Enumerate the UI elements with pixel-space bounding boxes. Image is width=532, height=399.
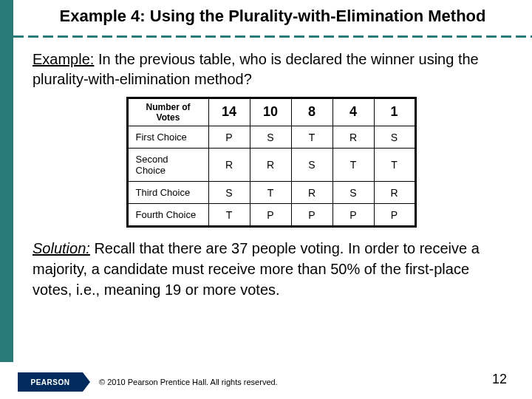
cell: T xyxy=(374,149,415,182)
pearson-logo: PEARSON xyxy=(18,372,83,392)
cell: R xyxy=(208,149,250,182)
side-accent-bar xyxy=(0,0,13,362)
preference-table-wrap: Number of Votes 14 10 8 4 1 First Choice… xyxy=(33,97,510,228)
cell: T xyxy=(332,149,374,182)
slide-title-box: Example 4: Using the Plurality-with-Elim… xyxy=(13,0,532,32)
table-row: First Choice P S T R S xyxy=(127,126,415,149)
example-label: Example: xyxy=(33,51,94,67)
dashed-divider xyxy=(13,32,532,42)
header-label: Number of Votes xyxy=(127,98,208,126)
slide-content: Example: In the previous table, who is d… xyxy=(0,42,532,301)
col-14: 14 xyxy=(208,98,250,126)
cell: T xyxy=(291,126,332,149)
cell: S xyxy=(208,182,250,204)
row-label: First Choice xyxy=(127,126,208,149)
cell: R xyxy=(291,182,332,204)
solution-text: Recall that there are 37 people voting. … xyxy=(33,240,480,298)
cell: S xyxy=(250,126,291,149)
cell: S xyxy=(332,182,374,204)
slide-footer: PEARSON © 2010 Pearson Prentice Hall. Al… xyxy=(0,365,532,399)
cell: R xyxy=(332,126,374,149)
row-label: Second Choice xyxy=(127,149,208,182)
cell: P xyxy=(374,204,415,227)
cell: P xyxy=(332,204,374,227)
table-header-row: Number of Votes 14 10 8 4 1 xyxy=(127,98,415,126)
preference-table: Number of Votes 14 10 8 4 1 First Choice… xyxy=(126,97,417,228)
col-8: 8 xyxy=(291,98,332,126)
cell: R xyxy=(250,149,291,182)
col-4: 4 xyxy=(332,98,374,126)
page-number: 12 xyxy=(492,372,507,387)
row-label: Third Choice xyxy=(127,182,208,204)
example-text: In the previous table, who is declared t… xyxy=(33,51,479,87)
example-paragraph: Example: In the previous table, who is d… xyxy=(33,50,510,89)
cell: P xyxy=(208,126,250,149)
cell: R xyxy=(374,182,415,204)
cell: T xyxy=(208,204,250,227)
table-row: Third Choice S T R S R xyxy=(127,182,415,204)
copyright-text: © 2010 Pearson Prentice Hall. All rights… xyxy=(99,378,278,386)
table-row: Second Choice R R S T T xyxy=(127,149,415,182)
slide-title: Example 4: Using the Plurality-with-Elim… xyxy=(43,6,502,27)
row-label: Fourth Choice xyxy=(127,204,208,227)
cell: P xyxy=(250,204,291,227)
table-row: Fourth Choice T P P P P xyxy=(127,204,415,227)
col-10: 10 xyxy=(250,98,291,126)
col-1: 1 xyxy=(374,98,415,126)
cell: P xyxy=(291,204,332,227)
cell: S xyxy=(374,126,415,149)
cell: T xyxy=(250,182,291,204)
cell: S xyxy=(291,149,332,182)
solution-label: Solution: xyxy=(33,240,90,256)
solution-paragraph: Solution: Recall that there are 37 peopl… xyxy=(33,238,510,300)
